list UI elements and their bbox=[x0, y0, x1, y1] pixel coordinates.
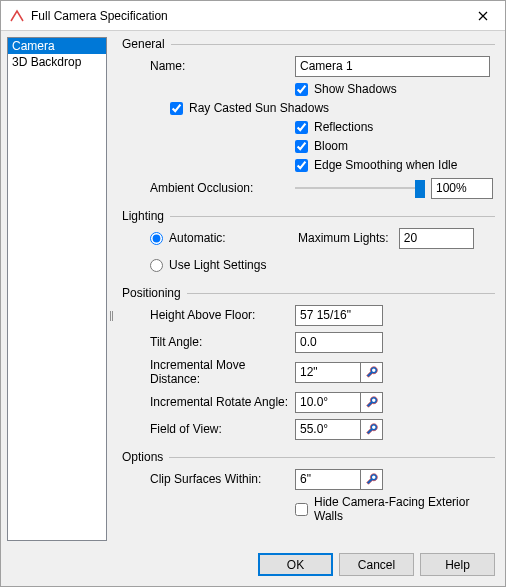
reflections-checkbox[interactable]: Reflections bbox=[295, 120, 495, 134]
dialog-window: Full Camera Specification Camera 3D Back… bbox=[0, 0, 506, 587]
height-input[interactable] bbox=[295, 305, 383, 326]
group-separator bbox=[171, 44, 495, 45]
sidebar-item-label: Camera bbox=[12, 39, 55, 53]
reflections-input[interactable] bbox=[295, 121, 308, 134]
name-label: Name: bbox=[150, 59, 295, 73]
clip-label: Clip Surfaces Within: bbox=[150, 472, 295, 486]
tilt-input[interactable] bbox=[295, 332, 383, 353]
hide-walls-input[interactable] bbox=[295, 503, 308, 516]
rotate-angle-label: Incremental Rotate Angle: bbox=[150, 395, 295, 409]
edge-smoothing-checkbox[interactable]: Edge Smoothing when Idle bbox=[295, 158, 495, 172]
ok-button[interactable]: OK bbox=[258, 553, 333, 576]
edge-smoothing-input[interactable] bbox=[295, 159, 308, 172]
group-general: General Name: Show Shadows Ray Casted Su… bbox=[122, 37, 495, 203]
hide-walls-label: Hide Camera-Facing Exterior Walls bbox=[314, 495, 495, 523]
automatic-radio-input[interactable] bbox=[150, 232, 163, 245]
use-light-settings-label: Use Light Settings bbox=[169, 258, 266, 272]
show-shadows-input[interactable] bbox=[295, 83, 308, 96]
fov-label: Field of View: bbox=[150, 422, 295, 436]
sidebar-item-3d-backdrop[interactable]: 3D Backdrop bbox=[8, 54, 106, 70]
clip-input[interactable] bbox=[295, 469, 361, 490]
bloom-input[interactable] bbox=[295, 140, 308, 153]
rotate-angle-wrench-button[interactable] bbox=[361, 392, 383, 413]
dialog-body: Camera 3D Backdrop General Name: bbox=[1, 31, 505, 547]
max-lights-label: Maximum Lights: bbox=[298, 231, 389, 245]
clip-wrench-button[interactable] bbox=[361, 469, 383, 490]
height-label: Height Above Floor: bbox=[150, 308, 295, 322]
titlebar: Full Camera Specification bbox=[1, 1, 505, 31]
ambient-occlusion-input[interactable] bbox=[431, 178, 493, 199]
edge-smoothing-label: Edge Smoothing when Idle bbox=[314, 158, 457, 172]
show-shadows-label: Show Shadows bbox=[314, 82, 397, 96]
wrench-icon bbox=[365, 365, 379, 379]
fov-wrench-button[interactable] bbox=[361, 419, 383, 440]
wrench-icon bbox=[365, 395, 379, 409]
slider-track bbox=[295, 187, 425, 189]
cancel-button[interactable]: Cancel bbox=[339, 553, 414, 576]
automatic-radio[interactable]: Automatic: bbox=[150, 231, 270, 245]
rotate-angle-input[interactable] bbox=[295, 392, 361, 413]
use-light-settings-radio-input[interactable] bbox=[150, 259, 163, 272]
slider-thumb[interactable] bbox=[415, 180, 425, 198]
sidebar-item-camera[interactable]: Camera bbox=[8, 38, 106, 54]
splitter[interactable] bbox=[111, 37, 114, 541]
group-separator bbox=[170, 216, 495, 217]
wrench-icon bbox=[365, 422, 379, 436]
ambient-occlusion-label: Ambient Occlusion: bbox=[150, 181, 295, 195]
move-dist-wrench-button[interactable] bbox=[361, 362, 383, 383]
move-dist-label: Incremental Move Distance: bbox=[150, 358, 295, 386]
close-button[interactable] bbox=[460, 1, 505, 30]
ambient-occlusion-slider[interactable] bbox=[295, 178, 425, 198]
tilt-label: Tilt Angle: bbox=[150, 335, 295, 349]
max-lights-input[interactable] bbox=[399, 228, 474, 249]
automatic-label: Automatic: bbox=[169, 231, 226, 245]
hide-walls-checkbox[interactable]: Hide Camera-Facing Exterior Walls bbox=[295, 495, 495, 523]
group-title: Lighting bbox=[122, 209, 164, 223]
content-panel: General Name: Show Shadows Ray Casted Su… bbox=[118, 37, 499, 541]
use-light-settings-radio[interactable]: Use Light Settings bbox=[150, 258, 270, 272]
ray-casted-input[interactable] bbox=[170, 102, 183, 115]
sidebar-item-label: 3D Backdrop bbox=[12, 55, 81, 69]
group-lighting: Lighting Automatic: Maximum Lights: bbox=[122, 209, 495, 280]
splitter-grip-icon bbox=[108, 311, 115, 321]
name-input[interactable] bbox=[295, 56, 490, 77]
ray-casted-checkbox[interactable]: Ray Casted Sun Shadows bbox=[170, 101, 495, 115]
sidebar: Camera 3D Backdrop bbox=[7, 37, 107, 541]
ray-casted-label: Ray Casted Sun Shadows bbox=[189, 101, 329, 115]
fov-input[interactable] bbox=[295, 419, 361, 440]
bloom-checkbox[interactable]: Bloom bbox=[295, 139, 495, 153]
close-icon bbox=[478, 11, 488, 21]
app-icon bbox=[9, 8, 25, 24]
group-separator bbox=[187, 293, 495, 294]
wrench-icon bbox=[365, 472, 379, 486]
group-title: General bbox=[122, 37, 165, 51]
help-button[interactable]: Help bbox=[420, 553, 495, 576]
group-title: Options bbox=[122, 450, 163, 464]
group-title: Positioning bbox=[122, 286, 181, 300]
group-positioning: Positioning Height Above Floor: Tilt Ang… bbox=[122, 286, 495, 444]
group-options: Options Clip Surfaces Within: Hide Camer… bbox=[122, 450, 495, 527]
show-shadows-checkbox[interactable]: Show Shadows bbox=[295, 82, 495, 96]
bloom-label: Bloom bbox=[314, 139, 348, 153]
reflections-label: Reflections bbox=[314, 120, 373, 134]
move-dist-input[interactable] bbox=[295, 362, 361, 383]
window-title: Full Camera Specification bbox=[31, 9, 460, 23]
group-separator bbox=[169, 457, 495, 458]
dialog-footer: OK Cancel Help bbox=[1, 547, 505, 586]
